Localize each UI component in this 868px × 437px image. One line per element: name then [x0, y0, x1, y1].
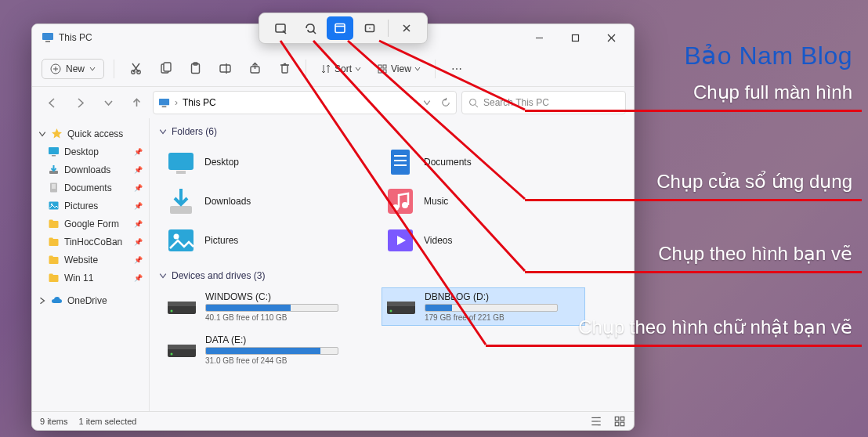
annotation-underline [525, 271, 862, 273]
chevron-down-icon [355, 66, 361, 72]
svg-point-52 [174, 234, 179, 240]
snip-rectangle-button[interactable] [267, 16, 294, 40]
folder-item[interactable]: Pictures [162, 222, 366, 259]
svg-rect-1 [45, 41, 50, 42]
svg-rect-42 [391, 150, 410, 175]
sidebar-item[interactable]: Downloads📌 [35, 161, 146, 179]
sidebar-item-icon [48, 236, 60, 247]
drive-name: DBNBLOG (D:) [425, 291, 581, 302]
sort-button[interactable]: Sort [316, 60, 366, 78]
svg-rect-69 [615, 422, 619, 426]
folder-name: Documents [424, 157, 472, 168]
cloud-icon [51, 294, 63, 306]
sidebar-quick-access[interactable]: Quick access [35, 125, 146, 143]
chevron-down-icon[interactable] [423, 99, 431, 107]
refresh-button[interactable] [440, 97, 451, 108]
up-button[interactable] [125, 91, 148, 114]
folder-icon [165, 146, 197, 178]
svg-rect-67 [615, 417, 619, 421]
drive-usage-bar [205, 304, 338, 312]
search-placeholder: Search This PC [483, 97, 549, 108]
sidebar: Quick access Desktop📌 Downloads📌 Documen… [32, 118, 150, 411]
share-button[interactable] [243, 57, 266, 81]
delete-button[interactable] [273, 57, 296, 81]
snip-close-button[interactable] [393, 16, 420, 40]
drive-free-text: 40.1 GB free of 110 GB [205, 313, 362, 322]
sidebar-item[interactable]: Pictures📌 [35, 197, 146, 215]
rename-button[interactable] [213, 57, 237, 81]
sidebar-item-label: Pictures [64, 200, 98, 211]
svg-rect-41 [176, 171, 186, 174]
annotation-label-fullscreen: Chụp full màn hình [693, 81, 852, 103]
minimize-button[interactable] [521, 25, 557, 50]
folder-item[interactable]: Videos [382, 222, 585, 259]
sidebar-item-icon [48, 272, 60, 284]
folders-group-header[interactable]: Folders (6) [159, 123, 624, 140]
svg-rect-0 [42, 33, 53, 40]
status-selected: 1 item selected [78, 417, 136, 426]
sidebar-item[interactable]: Win 11📌 [35, 269, 146, 287]
drive-name: WINDOWS (C:) [205, 291, 362, 302]
status-items: 9 items [40, 417, 67, 426]
sidebar-onedrive[interactable]: OneDrive [35, 291, 146, 309]
copy-button[interactable] [154, 57, 177, 81]
sidebar-item[interactable]: Desktop📌 [35, 143, 146, 161]
maximize-button[interactable] [557, 25, 593, 50]
svg-rect-24 [378, 70, 382, 73]
new-button[interactable]: New [42, 59, 104, 79]
folder-item[interactable]: Documents [382, 143, 585, 181]
folder-item[interactable]: Desktop [162, 143, 366, 181]
window-title: This PC [59, 32, 92, 43]
paste-button[interactable] [183, 57, 207, 81]
sidebar-item[interactable]: Website📌 [35, 251, 146, 269]
cut-button[interactable] [124, 57, 147, 81]
forward-button[interactable] [68, 91, 92, 114]
view-button[interactable]: View [372, 60, 425, 78]
drive-item[interactable]: DATA (E:) 31.0 GB free of 244 GB [162, 330, 366, 369]
folder-item[interactable]: Music [382, 182, 585, 220]
sidebar-item-label: Downloads [64, 164, 110, 175]
snip-freeform-button[interactable] [297, 16, 324, 40]
recent-button[interactable] [96, 91, 120, 114]
drive-name: DATA (E:) [205, 334, 362, 345]
svg-rect-25 [383, 70, 386, 73]
svg-rect-56 [168, 302, 196, 306]
details-view-button[interactable] [590, 415, 602, 428]
folder-item[interactable]: Downloads [162, 182, 366, 220]
sidebar-item-label: Google Form [64, 218, 119, 229]
svg-rect-17 [220, 65, 230, 72]
brand-label: Bảo Nam Blog [684, 41, 852, 70]
sort-icon [320, 63, 331, 74]
sidebar-item-label: Documents [64, 182, 112, 193]
annotation-underline [525, 199, 862, 201]
close-button[interactable] [593, 25, 629, 50]
annotation-underline [525, 110, 862, 112]
chevron-right-icon [38, 297, 46, 305]
back-button[interactable] [40, 91, 63, 114]
sidebar-item-icon [48, 254, 60, 265]
snip-fullscreen-button[interactable] [356, 16, 383, 40]
onedrive-label: OneDrive [67, 295, 107, 306]
svg-line-29 [476, 104, 479, 107]
sidebar-item[interactable]: TinHocCoBan📌 [35, 233, 146, 251]
more-button[interactable]: ⋯ [445, 63, 470, 75]
svg-point-57 [171, 309, 173, 312]
svg-rect-38 [49, 202, 59, 210]
svg-rect-3 [572, 34, 578, 41]
snip-window-button[interactable] [327, 16, 353, 40]
svg-line-73 [313, 31, 316, 34]
large-icons-view-button[interactable] [613, 415, 626, 428]
drives-group-header[interactable]: Devices and drives (3) [159, 267, 624, 284]
sidebar-item-label: Desktop [64, 146, 99, 157]
sidebar-item[interactable]: Google Form📌 [35, 215, 146, 233]
address-bar[interactable]: › This PC [153, 91, 457, 114]
snipping-tool-bar [259, 13, 428, 44]
svg-point-77 [369, 27, 371, 29]
sidebar-item[interactable]: Documents📌 [35, 179, 146, 197]
pin-icon: 📌 [134, 256, 143, 264]
drive-item[interactable]: WINDOWS (C:) 40.1 GB free of 110 GB [162, 287, 366, 326]
drive-item[interactable]: DBNBLOG (D:) 179 GB free of 221 GB [382, 287, 585, 326]
drive-icon [166, 295, 197, 319]
sidebar-item-icon [48, 164, 60, 175]
svg-rect-23 [383, 65, 386, 68]
